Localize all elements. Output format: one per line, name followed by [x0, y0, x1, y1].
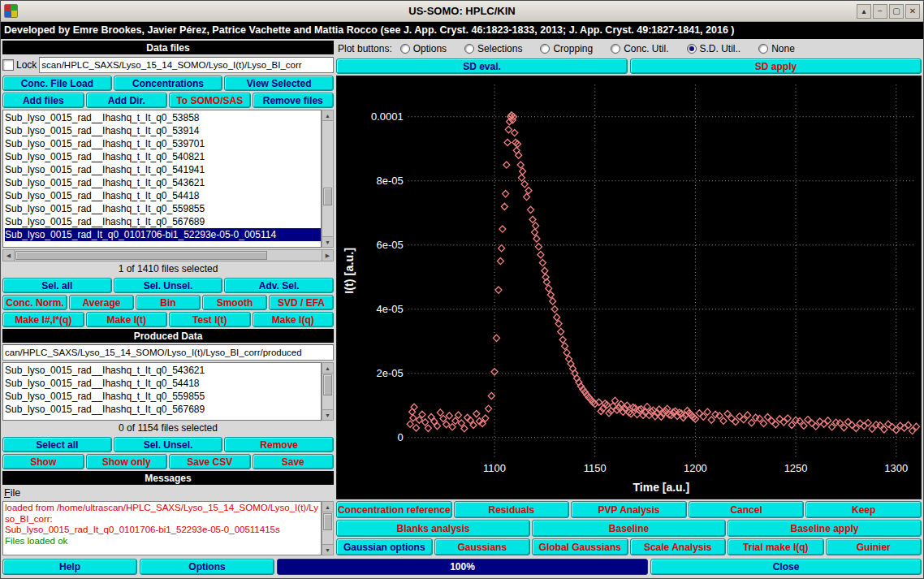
trial-make-i-q-button[interactable]: Trial make I(q): [728, 538, 824, 555]
list-item[interactable]: Sub_lyso_0015_rad__Ihashq_t_It_q0_54418: [5, 377, 321, 390]
residuals-button[interactable]: Residuals: [454, 501, 570, 518]
data-dir-field[interactable]: [39, 57, 334, 73]
scroll-up-icon[interactable]: ▲: [322, 110, 333, 121]
radio-icon[interactable]: [400, 44, 410, 54]
list-item[interactable]: Sub_lyso_0015_rad__Ihashq_t_It_q0_540821: [5, 150, 321, 163]
radio-icon[interactable]: [464, 44, 474, 54]
svd-efa-button[interactable]: SVD / EFA: [269, 295, 334, 310]
scroll-thumb[interactable]: [323, 188, 332, 205]
file-list[interactable]: Sub_lyso_0015_rad__Ihashq_t_It_q0_53858S…: [2, 110, 322, 248]
scroll-left-icon[interactable]: ◀: [3, 250, 15, 261]
list-item[interactable]: Sub_lyso_0015_rad__Ihashq_t_It_q0_559855: [5, 202, 321, 215]
view-selected-button[interactable]: View Selected: [224, 76, 334, 91]
sel-all-button[interactable]: Sel. all: [2, 278, 112, 293]
conc-file-load-button[interactable]: Conc. File Load: [2, 76, 112, 91]
show-button[interactable]: Show: [2, 454, 84, 469]
messages-vscrollbar[interactable]: ▲ ▼: [322, 501, 334, 555]
add-dir-button[interactable]: Add Dir.: [86, 93, 168, 108]
list-item[interactable]: Sub_lyso_0015_rad__Ihashq_t_It_q0_541941: [5, 163, 321, 176]
maximize-button[interactable]: ▢: [889, 4, 904, 19]
help-button[interactable]: Help: [2, 559, 137, 575]
list-item[interactable]: Sub_lyso_0015_rad__Ihashq_t_It_q0_543621: [5, 176, 321, 189]
lock-checkbox[interactable]: [2, 59, 14, 71]
close-button[interactable]: Close: [650, 559, 922, 575]
scroll-up-icon[interactable]: ▲: [322, 363, 333, 374]
sel-unsel-button[interactable]: Sel. Unsel.: [114, 278, 223, 293]
scroll-up-icon[interactable]: ▲: [322, 502, 333, 512]
list-item[interactable]: Sub_lyso_0015_rad__Ihashq_t_It_q0_559855: [5, 390, 321, 403]
remove-button[interactable]: Remove: [224, 437, 334, 452]
list-item[interactable]: Sub_lyso_0015_rad__Ihashq_t_It_q0_567689: [5, 215, 321, 228]
save-button[interactable]: Save: [253, 454, 335, 469]
list-item[interactable]: Sub_lyso_0015_rad__Ihashq_t_It_q0_53858: [5, 111, 321, 124]
radio-icon[interactable]: [687, 44, 697, 54]
hscroll-thumb[interactable]: [15, 251, 267, 260]
concentration-reference-button[interactable]: Concentration reference: [336, 501, 452, 518]
sd-eval-button[interactable]: SD eval.: [336, 58, 628, 74]
gaussian-options-button[interactable]: Gaussian options: [336, 538, 433, 555]
radio-s-d-util[interactable]: S.D. Util..: [687, 43, 741, 54]
file-menu[interactable]: File: [2, 486, 334, 499]
minimize-button[interactable]: −: [873, 4, 887, 19]
radio-icon[interactable]: [611, 44, 620, 54]
blanks-analysis-button[interactable]: Blanks analysis: [336, 520, 530, 537]
radio-selections[interactable]: Selections: [464, 43, 522, 54]
radio-cropping[interactable]: Cropping: [540, 43, 593, 54]
add-files-button[interactable]: Add files: [2, 93, 84, 108]
file-list-vscrollbar[interactable]: ▲ ▼: [322, 110, 334, 248]
list-item[interactable]: Sub_lyso_0015_rad__Ihashq_t_It_q0_567689: [5, 403, 321, 416]
radio-none[interactable]: None: [758, 43, 795, 54]
plot-canvas[interactable]: 110011501200125013000.00018e-056e-054e-0…: [336, 76, 922, 499]
radio-icon[interactable]: [540, 44, 550, 54]
list-item[interactable]: Sub_lyso_0015_rad__Ihashq_t_It_q0_539701: [5, 137, 321, 150]
produced-vscrollbar[interactable]: ▲ ▼: [322, 362, 334, 421]
make-i-i-q-button[interactable]: Make I#,I*(q): [2, 312, 84, 327]
make-i-t-button[interactable]: Make I(t): [86, 312, 168, 327]
radio-conc-util[interactable]: Conc. Util.: [611, 43, 668, 54]
gaussians-button[interactable]: Gaussians: [434, 538, 531, 555]
adv-sel-button[interactable]: Adv. Sel.: [224, 278, 334, 293]
produced-list[interactable]: Sub_lyso_0015_rad__Ihashq_t_It_q0_543621…: [2, 362, 322, 421]
radio-options[interactable]: Options: [400, 43, 447, 54]
select-all-button[interactable]: Select all: [2, 437, 112, 452]
list-item[interactable]: Sub_lyso_0015_rad_It_q0_0101706-bi1_5229…: [5, 228, 321, 241]
scale-analysis-button[interactable]: Scale Analysis: [630, 538, 727, 555]
scroll-down-icon[interactable]: ▼: [322, 544, 333, 555]
show-only-button[interactable]: Show only: [86, 454, 168, 469]
keep-button[interactable]: Keep: [805, 501, 922, 518]
average-button[interactable]: Average: [69, 295, 134, 310]
list-item[interactable]: Sub_lyso_0015_rad__Ihashq_t_It_q0_543621: [5, 364, 321, 377]
list-item[interactable]: Sub_lyso_0015_rad__Ihashq_t_It_q0_53914: [5, 124, 321, 137]
test-i-t-button[interactable]: Test I(t): [169, 312, 251, 327]
to-somo-sas-button[interactable]: To SOMO/SAS: [169, 93, 251, 108]
baseline-apply-button[interactable]: Baseline apply: [728, 520, 922, 537]
scroll-thumb[interactable]: [323, 513, 332, 530]
remove-files-button[interactable]: Remove files: [253, 93, 335, 108]
make-i-q-button[interactable]: Make I(q): [253, 312, 335, 327]
options-button[interactable]: Options: [140, 559, 274, 575]
sel-unsel-button[interactable]: Sel. Unsel.: [114, 437, 223, 452]
baseline-button[interactable]: Baseline: [532, 520, 726, 537]
close-window-button[interactable]: ✕: [905, 4, 920, 19]
shade-window-button[interactable]: ▴: [857, 4, 871, 19]
messages-box[interactable]: loaded from /home/ultrascan/HPLC_SAXS/Ly…: [2, 501, 322, 555]
bin-button[interactable]: Bin: [136, 295, 201, 310]
file-list-hscrollbar[interactable]: ◀ ▶: [2, 249, 334, 261]
global-gaussians-button[interactable]: Global Gaussians: [532, 538, 628, 555]
guinier-button[interactable]: Guinier: [826, 538, 922, 555]
data-files-header: Data files: [2, 41, 334, 54]
scroll-down-icon[interactable]: ▼: [322, 236, 333, 247]
scroll-down-icon[interactable]: ▼: [322, 409, 333, 420]
scroll-thumb[interactable]: [323, 374, 332, 395]
radio-icon[interactable]: [758, 44, 768, 54]
pvp-analysis-button[interactable]: PVP Analysis: [571, 501, 687, 518]
concentrations-button[interactable]: Concentrations: [114, 76, 223, 91]
save-csv-button[interactable]: Save CSV: [169, 454, 251, 469]
produced-dir-field[interactable]: [2, 344, 334, 361]
sd-apply-button[interactable]: SD apply: [630, 58, 922, 74]
smooth-button[interactable]: Smooth: [202, 295, 267, 310]
conc-norm-button[interactable]: Conc. Norm.: [2, 295, 67, 310]
scroll-right-icon[interactable]: ▶: [322, 250, 333, 261]
cancel-button[interactable]: Cancel: [689, 501, 805, 518]
list-item[interactable]: Sub_lyso_0015_rad__Ihashq_t_It_q0_54418: [5, 189, 321, 202]
